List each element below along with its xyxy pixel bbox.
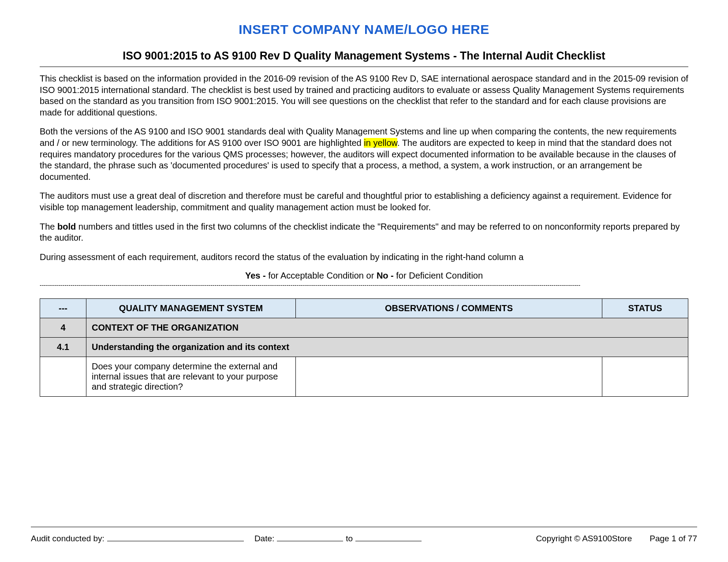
title-rule bbox=[40, 67, 688, 67]
item-status[interactable] bbox=[602, 357, 688, 397]
intro-p4-bold: bold bbox=[57, 222, 76, 231]
date-label: Date: bbox=[254, 534, 274, 543]
table-header-row: --- QUALITY MANAGEMENT SYSTEM OBSERVATIO… bbox=[40, 299, 688, 318]
date-from-blank[interactable] bbox=[277, 532, 343, 541]
section-row: 4 CONTEXT OF THE ORGANIZATION bbox=[40, 318, 688, 338]
header-qms: QUALITY MANAGEMENT SYSTEM bbox=[86, 299, 296, 318]
highlight-text: in yellow bbox=[364, 138, 397, 148]
intro-p4-b: numbers and tittles used in the first tw… bbox=[40, 222, 680, 243]
legend-yes-text: for Acceptable Condition or bbox=[268, 271, 377, 280]
item-question: Does your company determine the external… bbox=[86, 357, 296, 397]
legend-no-label: No - bbox=[377, 271, 396, 280]
section-title: CONTEXT OF THE ORGANIZATION bbox=[86, 318, 688, 338]
audit-by-blank[interactable] bbox=[107, 532, 244, 541]
footer-line: Audit conducted by: Date: to Copyright ©… bbox=[31, 532, 697, 543]
to-label: to bbox=[346, 534, 353, 543]
intro-paragraph-4: The bold numbers and tittles used in the… bbox=[40, 221, 688, 244]
item-number bbox=[40, 357, 86, 397]
intro-paragraph-3: The auditors must use a great deal of di… bbox=[40, 190, 688, 213]
intro-paragraph-1: This checklist is based on the informati… bbox=[40, 73, 688, 118]
intro-p4-a: The bbox=[40, 222, 57, 231]
section-title: Understanding the organization and its c… bbox=[86, 338, 688, 357]
item-observations[interactable] bbox=[296, 357, 602, 397]
audit-by-label: Audit conducted by: bbox=[31, 534, 105, 543]
section-number: 4 bbox=[40, 318, 86, 338]
intro-paragraph-5: During assessment of each requirement, a… bbox=[40, 252, 688, 263]
header-status: STATUS bbox=[602, 299, 688, 318]
intro-paragraph-2: Both the versions of the AS 9100 and ISO… bbox=[40, 126, 688, 182]
page-number: Page 1 of 77 bbox=[650, 534, 697, 543]
header-observations: OBSERVATIONS / COMMENTS bbox=[296, 299, 602, 318]
footer-rule bbox=[31, 527, 697, 527]
copyright-text: Copyright © AS9100Store bbox=[536, 534, 632, 543]
dashed-separator: ----------------------------------------… bbox=[40, 282, 688, 289]
status-legend: Yes - for Acceptable Condition or No - f… bbox=[40, 271, 688, 281]
page-footer: Audit conducted by: Date: to Copyright ©… bbox=[31, 527, 697, 543]
legend-no-text: for Deficient Condition bbox=[396, 271, 483, 280]
checklist-table: --- QUALITY MANAGEMENT SYSTEM OBSERVATIO… bbox=[40, 298, 688, 397]
date-to-blank[interactable] bbox=[355, 532, 422, 541]
legend-yes-label: Yes - bbox=[245, 271, 268, 280]
table-row: Does your company determine the external… bbox=[40, 357, 688, 397]
header-num: --- bbox=[40, 299, 86, 318]
document-page: INSERT COMPANY NAME/LOGO HERE ISO 9001:2… bbox=[0, 0, 728, 562]
company-placeholder: INSERT COMPANY NAME/LOGO HERE bbox=[40, 22, 688, 37]
document-title: ISO 9001:2015 to AS 9100 Rev D Quality M… bbox=[40, 49, 688, 62]
section-number: 4.1 bbox=[40, 338, 86, 357]
section-row: 4.1 Understanding the organization and i… bbox=[40, 338, 688, 357]
